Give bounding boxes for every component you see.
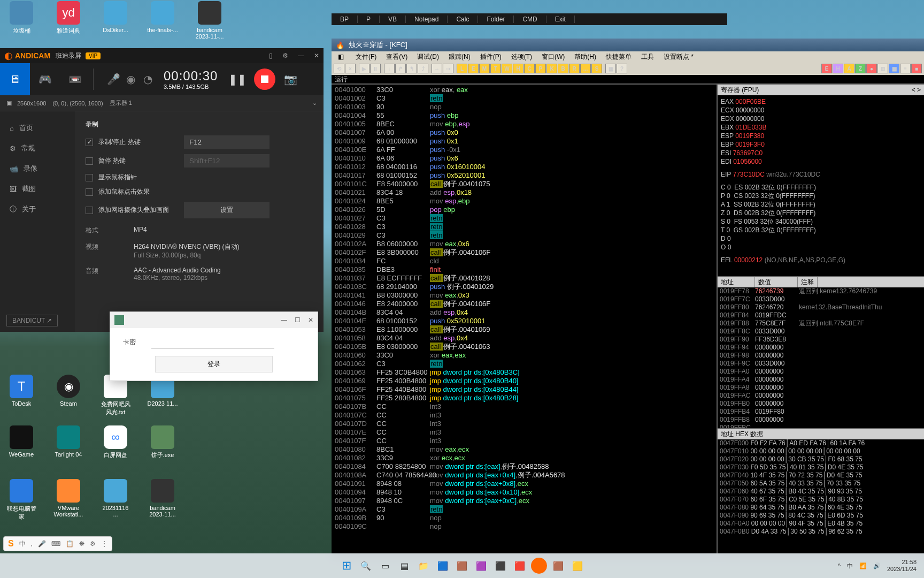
chevron-down-icon[interactable]: ⌄ [312,100,317,107]
tb-btn[interactable]: B [558,64,568,73]
tb-btn[interactable]: ... [580,64,591,73]
desktop-icon[interactable]: WeGame [5,425,37,459]
card-key-input[interactable] [151,336,274,348]
tray-wifi-icon[interactable]: 📶 [859,562,867,569]
desktop-icon[interactable]: 饼子.exe [147,425,179,459]
tb-btn[interactable]: E [468,64,479,73]
webcam-icon[interactable]: ◉ [122,63,139,95]
bandicam-taskbar-icon[interactable] [531,558,547,574]
explorer-icon[interactable]: 📁 [415,558,432,574]
app-icon[interactable]: 🟥 [512,558,528,574]
desktop-icon[interactable]: bandicam 2023-11... [147,479,179,521]
app-icon[interactable]: 🟫 [454,558,470,574]
tb-btn[interactable]: Z [855,64,866,73]
settings-button[interactable]: 设置 [184,202,270,218]
windows-taskbar[interactable]: ⊞ 🔍 ▭ ▤ 📁 🟦 🟫 🟪 ⬛ 🟥 🟫 🟨 ^ 中 📶 🔊 21:58202… [0,553,924,578]
device-mode-button[interactable]: 📼 [60,63,90,95]
tb-btn[interactable]: × [345,64,356,73]
desktop-icon[interactable]: VMware Workstati... [52,479,84,521]
login-titlebar[interactable]: — ☐ ✕ [110,312,318,328]
debugger-toolbar[interactable]: ⟲ × ▶ ⏸ ↓ ↱ ↰ ⤴ → ⇢ L E M T W H C P K B … [332,62,924,75]
widgets-icon[interactable]: ▤ [396,558,412,574]
maximize-icon[interactable]: ☐ [295,316,301,324]
checkbox-webcam[interactable] [86,207,93,214]
app-icon[interactable]: 🟪 [473,558,489,574]
registers-pane[interactable]: 寄存器 (FPU)< > EAX 000F06BE ECX 00000000 E… [718,85,924,277]
hex-dump-pane[interactable]: 地址 HEX 数据 0047F000 F0 F2 FA 76│A0 ED FA … [718,428,924,557]
tb-btn[interactable]: ↱ [395,64,406,73]
tb-btn[interactable]: ▶ [359,64,369,73]
desktop-icon[interactable]: the-finals-... [147,1,179,40]
close-icon[interactable]: ✕ [314,52,319,59]
tb-btn[interactable]: L [457,64,467,73]
checkbox-hotkey[interactable] [86,139,93,146]
sidebar-video[interactable]: 📹录像 [0,158,75,179]
tb-btn[interactable]: W [502,64,512,73]
taskview-icon[interactable]: ▭ [377,558,393,574]
search-icon[interactable]: 🔍 [358,558,374,574]
tb-btn[interactable]: ⇢ [443,64,453,73]
sidebar-image[interactable]: 🖼截图 [0,179,75,199]
screen-mode-button[interactable]: 🖥 [0,63,30,95]
pause-button[interactable]: ❚❚ [228,73,247,86]
tb-btn[interactable]: ⟲ [334,64,344,73]
record-stop-button[interactable] [254,69,275,90]
stack-pane[interactable]: 地址数值注释 0019FF7876246739返回到 kerne132.7624… [718,277,924,428]
start-button[interactable]: ⊞ [338,558,355,574]
app-icon[interactable]: 🟫 [550,558,566,574]
ime-toolbar[interactable]: S 中 , 🎤 ⌨ 📋 ❋ ⚙ ⋮ [3,536,112,551]
desktop-icon[interactable]: 20231116 ... [99,479,132,521]
checkbox-pause[interactable] [86,157,93,165]
tb-btn[interactable]: ▦ [889,64,899,73]
game-mode-button[interactable]: 🎮 [30,63,60,95]
tb-btn[interactable]: E [821,64,832,73]
system-clock[interactable]: 21:582023/11/24 [887,559,917,573]
tb-btn[interactable]: ↓ [384,64,395,73]
tb-btn[interactable]: → [432,64,442,73]
tb-btn[interactable]: ⤴ [418,64,428,73]
minimize-icon[interactable]: — [281,316,287,324]
hotkey-input[interactable] [184,135,270,149]
login-button[interactable]: 登录 [155,356,273,372]
close-icon[interactable]: ✕ [308,316,313,324]
tray-volume-icon[interactable]: 🔊 [873,562,881,569]
topstrip-item[interactable]: P [358,16,380,23]
tb-btn[interactable]: A [844,64,854,73]
tb-btn[interactable]: R [569,64,580,73]
desktop-icon[interactable]: yd雅道词典 [52,1,84,40]
mic-icon[interactable]: 🎤 [105,63,122,95]
tb-btn[interactable]: ⊞ [877,64,888,73]
sidebar-home[interactable]: ⌂首页 [0,118,75,138]
checkbox-cursor[interactable] [86,174,93,181]
desktop-icon[interactable]: 垃圾桶 [5,1,37,40]
tb-btn[interactable]: M [479,64,490,73]
sidebar-about[interactable]: ⓘ关于 [0,199,75,219]
tb-btn[interactable]: T [490,64,501,73]
desktop-icon[interactable]: ∞白屏网盘 [99,425,132,459]
app-icon[interactable]: ⬛ [492,558,509,574]
minimize-icon[interactable]: — [298,52,304,59]
checkbox-click[interactable] [86,188,93,196]
tb-btn[interactable]: ⏸ [370,64,381,73]
expand-icon[interactable]: ▣ [6,100,12,107]
topstrip-item[interactable]: CMD [514,16,546,23]
topstrip-item[interactable]: Calc [448,16,478,23]
overlay-icon[interactable]: ◔ [139,63,156,95]
desktop-icon[interactable]: ◉Steam [52,375,84,416]
debugger-menu[interactable]: ◧文件(F)查看(V)调试(D)跟踪(N)插件(P)选项(T)窗口(W)帮助(H… [332,51,924,62]
tray-lang[interactable]: 中 [847,562,853,570]
folder-icon[interactable]: ▯ [269,52,273,59]
pause-hotkey-input[interactable] [184,154,270,168]
tb-btn[interactable]: C [524,64,535,73]
ime-lang[interactable]: 中 [19,539,26,549]
desktop-icon[interactable]: bandicam 2023-11-... [194,1,226,40]
app-icon[interactable]: 🟨 [569,558,586,574]
tb-btn[interactable]: P [535,64,546,73]
disassembly-pane[interactable]: 0040100033C0xor eax, eax00401002C3retn00… [332,85,717,557]
desktop-icon[interactable]: TToDesk [5,375,37,416]
topstrip-item[interactable]: Notepad [406,16,448,23]
topstrip-item[interactable]: VB [380,16,406,23]
topstrip-item[interactable]: BP [332,16,358,23]
tb-btn[interactable]: ? [617,64,627,73]
topstrip-item[interactable]: Folder [478,16,514,23]
